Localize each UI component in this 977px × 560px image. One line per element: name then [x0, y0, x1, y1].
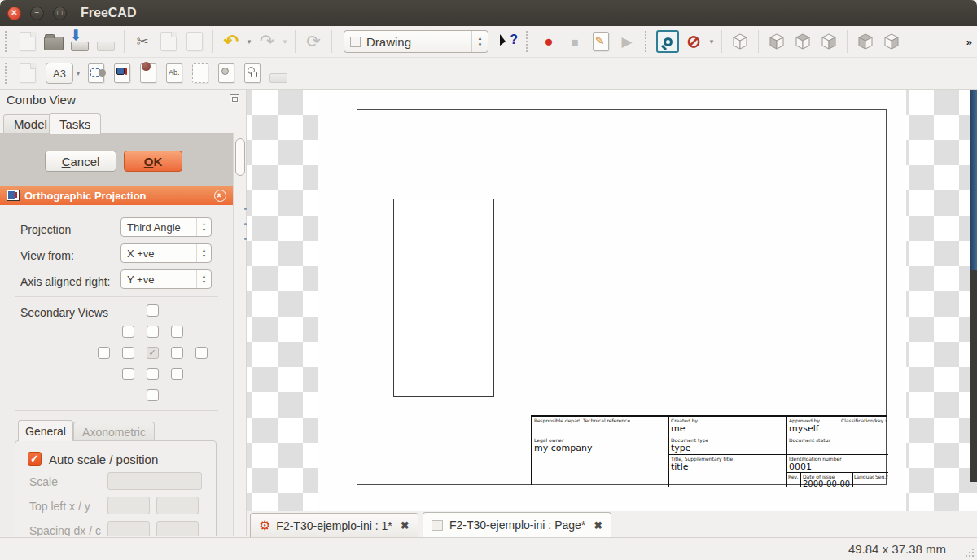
workbench-spin-buttons[interactable]: ▴▾ — [471, 31, 488, 52]
view-right-button[interactable] — [816, 28, 842, 55]
view-scrollbar-handle[interactable] — [970, 90, 977, 270]
tab-document-page[interactable]: F2-T30-ejemplo-ini : Page* ✖ — [423, 512, 611, 537]
view-from-select[interactable]: X +ve ▴▾ — [120, 243, 212, 263]
redo-dropdown-caret[interactable]: ▾ — [280, 37, 290, 46]
minimize-window-button[interactable]: − — [30, 7, 44, 20]
workbench-selector[interactable]: Drawing ▴▾ — [344, 30, 488, 53]
whats-this-button[interactable]: ? — [495, 28, 521, 55]
check-icon: ✓ — [30, 453, 39, 465]
panel-scrollbar-thumb[interactable] — [235, 138, 245, 176]
close-tab-icon[interactable]: ✖ — [594, 519, 602, 532]
annotation-view-button[interactable] — [135, 60, 161, 86]
open-document-button[interactable] — [41, 28, 67, 55]
close-tab-icon[interactable]: ✖ — [401, 519, 410, 532]
secondary-view-checkbox-primary: ✓ — [147, 347, 159, 359]
secondary-view-checkbox[interactable] — [122, 368, 134, 380]
collapse-section-icon[interactable]: « — [214, 190, 226, 202]
secondary-view-checkbox[interactable] — [147, 304, 159, 317]
cut-button[interactable]: ✂ — [129, 28, 156, 55]
cancel-button[interactable]: Cancel — [45, 151, 116, 172]
macro-edit-button[interactable]: ✎ — [588, 28, 614, 55]
fit-all-button[interactable] — [655, 28, 681, 55]
projection-spin[interactable]: ▴▾ — [196, 218, 211, 236]
spacing-dy-input — [156, 521, 199, 536]
insert-view-button[interactable] — [83, 60, 109, 86]
clip-group-button[interactable] — [187, 60, 213, 86]
secondary-view-checkbox[interactable] — [147, 368, 159, 380]
tab-general[interactable]: General — [18, 420, 73, 441]
ortho-views-button[interactable] — [109, 60, 135, 86]
secondary-view-checkbox[interactable] — [195, 347, 208, 359]
window-title: FreeCAD — [81, 6, 136, 20]
toolbar-grip[interactable] — [5, 31, 11, 52]
tab-tasks[interactable]: Tasks — [49, 113, 101, 134]
axis-aligned-spin[interactable]: ▴▾ — [196, 270, 211, 288]
secondary-view-checkbox[interactable] — [98, 347, 110, 359]
page-size-caret[interactable]: ▾ — [73, 69, 83, 77]
save-button[interactable]: ⬇ — [67, 28, 93, 55]
copy-button[interactable] — [156, 28, 182, 55]
export-page-button[interactable] — [265, 60, 291, 86]
macro-play-button[interactable]: ▶ — [614, 28, 640, 55]
secondary-view-checkbox[interactable] — [122, 326, 134, 338]
symbol-button[interactable] — [213, 60, 239, 86]
view-from-spin[interactable]: ▴▾ — [196, 244, 211, 262]
refresh-icon: ⟳ — [306, 32, 321, 51]
page-size-button[interactable]: A3 — [46, 63, 73, 84]
toolbar-grip[interactable] — [5, 63, 11, 84]
view-rear-button[interactable] — [852, 28, 878, 55]
auto-scale-checkbox[interactable]: ✓ — [28, 452, 42, 466]
axis-aligned-select[interactable]: Y +ve ▴▾ — [120, 269, 212, 289]
view-bottom-button[interactable] — [878, 28, 905, 55]
paste-button[interactable] — [182, 28, 208, 55]
scale-label: Scale — [29, 475, 58, 488]
view-top-button[interactable] — [790, 28, 816, 55]
tab-document-3d[interactable]: ⚙ F2-T30-ejemplo-ini : 1* ✖ — [250, 513, 418, 537]
task-section-header[interactable]: Orthographic Projection « — [0, 186, 233, 205]
undo-button[interactable]: ↶ — [218, 28, 244, 55]
tab-axonometric[interactable]: Axonometric — [73, 422, 155, 441]
view-axonometric-button[interactable] — [727, 28, 753, 55]
part-view-rect[interactable] — [393, 199, 494, 397]
redo-button[interactable]: ↷ — [254, 28, 280, 55]
secondary-views-grid: ✓ — [75, 304, 230, 410]
projection-select[interactable]: Third Angle ▴▾ — [120, 217, 212, 237]
title-label: Title, Supplementary title — [671, 456, 733, 462]
close-window-button[interactable]: ✕ — [7, 7, 21, 20]
macro-record-button[interactable]: ● — [536, 28, 562, 55]
view-scrollbar-track[interactable] — [970, 270, 977, 482]
toolbar-overflow-button[interactable]: » — [966, 36, 972, 48]
print-button[interactable] — [93, 28, 119, 55]
ok-button[interactable]: OK — [124, 151, 182, 172]
draw-style-caret[interactable]: ▾ — [707, 37, 716, 46]
maximize-window-button[interactable]: ▢ — [53, 7, 67, 20]
macro-stop-button[interactable]: ■ — [562, 28, 588, 55]
resize-grip[interactable] — [965, 548, 975, 558]
tab-document-3d-label: F2-T30-ejemplo-ini : 1* — [276, 519, 392, 532]
new-document-button[interactable] — [15, 28, 41, 55]
secondary-view-checkbox[interactable] — [147, 389, 159, 401]
secondary-view-checkbox[interactable] — [122, 347, 134, 359]
annotation-text-button[interactable]: Ab. — [161, 60, 187, 86]
draft-view-button[interactable] — [239, 60, 265, 86]
print-icon — [97, 42, 115, 51]
secondary-view-checkbox[interactable] — [147, 326, 159, 338]
axis-aligned-value: Y +ve — [121, 270, 196, 288]
toolbar-grip[interactable] — [526, 31, 532, 52]
view-front-button[interactable] — [764, 28, 790, 55]
float-panel-icon[interactable] — [230, 94, 239, 103]
refresh-button[interactable]: ⟳ — [300, 28, 326, 55]
secondary-view-checkbox[interactable] — [171, 326, 183, 338]
new-page-icon — [20, 63, 36, 83]
undo-dropdown-caret[interactable]: ▾ — [244, 37, 254, 46]
secondary-view-checkbox[interactable] — [171, 347, 183, 359]
toolbar-grip[interactable] — [645, 31, 651, 52]
secondary-view-checkbox[interactable] — [171, 368, 183, 380]
panel-scrollbar[interactable] — [233, 133, 247, 536]
new-page-button[interactable] — [15, 60, 41, 86]
draw-style-button[interactable]: ⊘ — [681, 28, 707, 55]
tab-document-page-label: F2-T30-ejemplo-ini : Page* — [449, 518, 585, 532]
combo-view-title: Combo View — [7, 93, 76, 107]
drawing-canvas[interactable]: Responsible department Technical referen… — [247, 90, 977, 511]
created-by-value: me — [671, 423, 685, 434]
